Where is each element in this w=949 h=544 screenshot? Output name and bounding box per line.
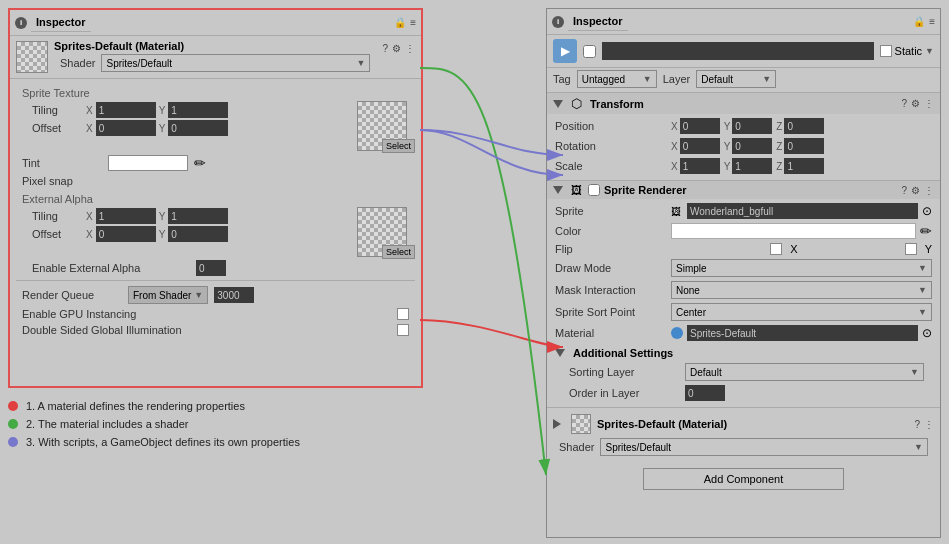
- static-group: Static ▼: [880, 45, 934, 57]
- info-icon: i: [15, 17, 27, 29]
- transform-collapse-icon[interactable]: [553, 100, 563, 108]
- order-layer-field[interactable]: 0: [685, 385, 725, 401]
- shader-row: Shader Sprites/Default ▼: [54, 52, 376, 74]
- tiling-y-input-2[interactable]: 1: [168, 208, 228, 224]
- offset-y-input-2[interactable]: 0: [168, 226, 228, 242]
- color-field[interactable]: [671, 223, 916, 239]
- bm-shader-dropdown[interactable]: Sprites/Default ▼: [600, 438, 928, 456]
- offset-label-1: Offset: [32, 122, 82, 134]
- rot-x-field[interactable]: 0: [680, 138, 720, 154]
- sprite-target-icon[interactable]: ⊙: [922, 204, 932, 218]
- sprite-sort-dropdown[interactable]: Center ▼: [671, 303, 932, 321]
- lock-icon[interactable]: 🔒: [394, 17, 406, 28]
- right-inspector-panel: i Inspector 🔒 ≡ ▶ Static ▼ Tag Untagged …: [546, 8, 941, 538]
- settings-icon[interactable]: ⚙: [392, 43, 401, 54]
- offset-x-input-1[interactable]: 0: [96, 120, 156, 136]
- flip-y-checkbox[interactable]: [905, 243, 917, 255]
- sr-title: Sprite Renderer: [604, 184, 687, 196]
- color-edit-icon[interactable]: ✏: [920, 223, 932, 239]
- scale-y-field[interactable]: 1: [732, 158, 772, 174]
- tiling-x-input-2[interactable]: 1: [96, 208, 156, 224]
- legend-item-1: 1. A material defines the rendering prop…: [8, 400, 300, 412]
- sprite-value-field[interactable]: Wonderland_bgfull: [687, 203, 918, 219]
- pixel-snap-label: Pixel snap: [22, 175, 73, 187]
- mask-inter-dropdown[interactable]: None ▼: [671, 281, 932, 299]
- render-queue-value[interactable]: 3000: [214, 287, 254, 303]
- bm-expand-icon[interactable]: [553, 419, 561, 429]
- right-lock-icon[interactable]: 🔒: [913, 16, 925, 27]
- rot-z-axis: Z: [776, 141, 782, 152]
- help-icon[interactable]: ?: [382, 43, 388, 54]
- sprite-row: Sprite 🖼 Wonderland_bgfull ⊙: [547, 201, 940, 221]
- additional-collapse-icon[interactable]: [555, 349, 565, 357]
- sprite-name-input[interactable]: [602, 42, 874, 60]
- right-panel-title: Inspector: [568, 12, 628, 31]
- tint-color-box[interactable]: [108, 155, 188, 171]
- shader-dropdown[interactable]: Sprites/Default ▼: [101, 54, 370, 72]
- bm-help-icon[interactable]: ?: [914, 419, 920, 430]
- transform-help-icon[interactable]: ?: [901, 98, 907, 109]
- draw-mode-dropdown[interactable]: Simple ▼: [671, 259, 932, 277]
- rot-z-field[interactable]: 0: [784, 138, 824, 154]
- gpu-instancing-label: Enable GPU Instancing: [22, 308, 136, 320]
- material-target-icon[interactable]: ⊙: [922, 326, 932, 340]
- color-picker-icon[interactable]: ✏: [194, 155, 206, 171]
- tag-dropdown[interactable]: Untagged ▼: [577, 70, 657, 88]
- pos-z-field[interactable]: 0: [784, 118, 824, 134]
- gpu-instancing-checkbox[interactable]: [397, 308, 409, 320]
- pos-y-axis: Y: [724, 121, 731, 132]
- static-label: Static: [895, 45, 923, 57]
- bm-icons: ? ⋮: [914, 419, 934, 430]
- offset-y-input-1[interactable]: 0: [168, 120, 228, 136]
- bm-shader-label: Shader: [559, 441, 594, 453]
- left-inspector-panel: i Inspector 🔒 ≡ Sprites-Default (Materia…: [8, 8, 423, 388]
- offset-x-input-2[interactable]: 0: [96, 226, 156, 242]
- overflow-icon[interactable]: ⋮: [405, 43, 415, 54]
- sr-overflow-icon[interactable]: ⋮: [924, 185, 934, 196]
- chevron-icon: ▼: [357, 58, 366, 68]
- active-checkbox[interactable]: [583, 45, 596, 58]
- render-queue-dropdown[interactable]: From Shader ▼: [128, 286, 208, 304]
- y-axis-3: Y: [159, 211, 166, 222]
- material-field[interactable]: Sprites-Default: [687, 325, 918, 341]
- tag-chevron: ▼: [643, 74, 652, 84]
- scale-x-field[interactable]: 1: [680, 158, 720, 174]
- sr-enable-checkbox[interactable]: [588, 184, 600, 196]
- pos-x-axis: X: [671, 121, 678, 132]
- y-axis-1: Y: [159, 105, 166, 116]
- menu-icon[interactable]: ≡: [410, 17, 416, 28]
- scale-z-field[interactable]: 1: [784, 158, 824, 174]
- rot-y-field[interactable]: 0: [732, 138, 772, 154]
- sorting-layer-dropdown[interactable]: Default ▼: [685, 363, 924, 381]
- x-axis-4: X: [86, 229, 93, 240]
- scale-y-axis: Y: [724, 161, 731, 172]
- enable-ext-value[interactable]: 0: [196, 260, 226, 276]
- sprite-section-label: Sprite Texture: [16, 83, 415, 101]
- mask-inter-row: Mask Interaction None ▼: [547, 279, 940, 301]
- tiling-x-input-1[interactable]: 1: [96, 102, 156, 118]
- render-queue-row: Render Queue From Shader ▼ 3000: [16, 284, 415, 306]
- legend-dot-1: [8, 401, 18, 411]
- right-menu-icon[interactable]: ≡: [929, 16, 935, 27]
- add-component-button[interactable]: Add Component: [643, 468, 845, 490]
- material-thumbnail: [16, 41, 48, 73]
- select-btn-1[interactable]: Select: [382, 139, 415, 153]
- enable-ext-label: Enable External Alpha: [32, 262, 192, 274]
- double-sided-row: Double Sided Global Illumination: [16, 322, 415, 338]
- static-checkbox[interactable]: [880, 45, 892, 57]
- legend-item-2: 2. The material includes a shader: [8, 418, 300, 430]
- tiling-y-input-1[interactable]: 1: [168, 102, 228, 118]
- flip-x-checkbox[interactable]: [770, 243, 782, 255]
- transform-settings-icon[interactable]: ⚙: [911, 98, 920, 109]
- pos-x-field[interactable]: 0: [680, 118, 720, 134]
- double-sided-checkbox[interactable]: [397, 324, 409, 336]
- sr-help-icon[interactable]: ?: [901, 185, 907, 196]
- sr-settings-icon[interactable]: ⚙: [911, 185, 920, 196]
- select-btn-2[interactable]: Select: [382, 245, 415, 259]
- static-chevron[interactable]: ▼: [925, 46, 934, 56]
- bm-overflow-icon[interactable]: ⋮: [924, 419, 934, 430]
- layer-dropdown[interactable]: Default ▼: [696, 70, 776, 88]
- pos-y-field[interactable]: 0: [732, 118, 772, 134]
- sr-collapse-icon[interactable]: [553, 186, 563, 194]
- transform-overflow-icon[interactable]: ⋮: [924, 98, 934, 109]
